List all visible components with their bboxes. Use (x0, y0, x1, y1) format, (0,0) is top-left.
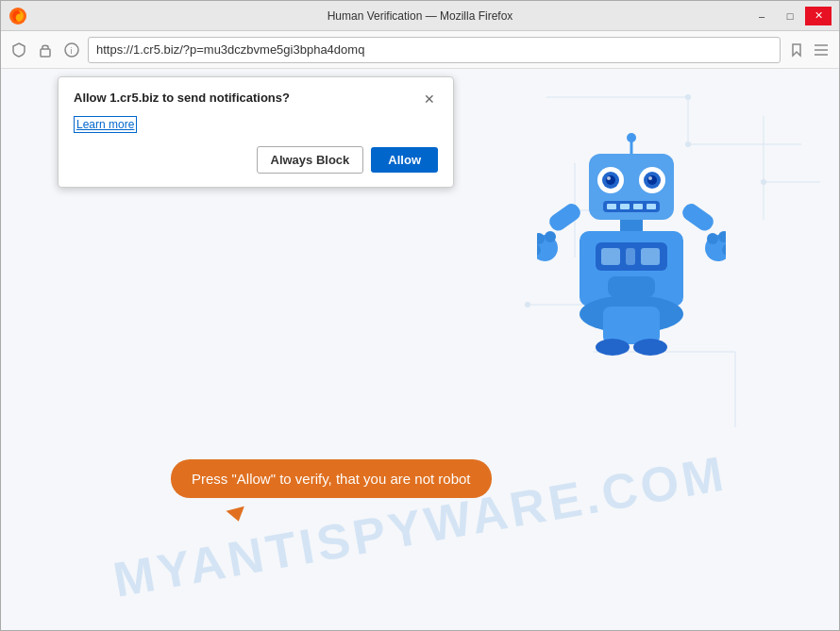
svg-text:i: i (71, 46, 73, 56)
popup-title: Allow 1.cr5.biz to send notifications? (74, 91, 421, 105)
svg-rect-47 (546, 201, 583, 234)
svg-point-18 (761, 179, 766, 185)
svg-point-30 (647, 175, 657, 185)
svg-point-31 (607, 176, 611, 180)
svg-rect-43 (601, 248, 620, 265)
lock-icon (35, 40, 56, 60)
shield-icon (8, 40, 29, 60)
close-button[interactable]: ✕ (805, 7, 832, 25)
bookmark-icon[interactable] (786, 40, 807, 60)
svg-point-29 (606, 175, 615, 185)
nav-bar: i https://1.cr5.biz/?p=mu3dczbvme5gi3bph… (1, 31, 839, 69)
svg-rect-36 (607, 204, 616, 209)
url-text: https://1.cr5.biz/?p=mu3dczbvme5gi3bpha4… (96, 42, 364, 57)
title-bar-left (8, 7, 35, 25)
svg-rect-52 (680, 201, 716, 234)
svg-rect-40 (620, 220, 643, 231)
address-bar[interactable]: https://1.cr5.biz/?p=mu3dczbvme5gi3bpha4… (88, 37, 781, 63)
svg-rect-39 (647, 204, 656, 209)
svg-point-11 (685, 94, 691, 100)
allow-button[interactable]: Allow (371, 147, 438, 173)
minimize-button[interactable]: – (748, 7, 775, 25)
firefox-logo (8, 7, 27, 25)
popup-header: Allow 1.cr5.biz to send notifications? ✕ (74, 91, 438, 108)
svg-rect-37 (620, 204, 630, 209)
svg-rect-44 (626, 248, 635, 265)
notification-popup: Allow 1.cr5.biz to send notifications? ✕… (58, 76, 454, 188)
speech-bubble: Press "Allow" to verify, that you are no… (171, 459, 492, 498)
svg-rect-38 (633, 204, 643, 209)
svg-point-32 (648, 176, 652, 180)
svg-point-54 (707, 233, 718, 244)
robot-illustration (462, 125, 745, 503)
robot-svg (537, 125, 726, 390)
title-bar: Human Verification — Mozilla Firefox – □… (1, 1, 839, 31)
svg-point-59 (596, 339, 630, 356)
svg-point-34 (627, 133, 636, 142)
svg-point-50 (545, 231, 556, 242)
learn-more-link[interactable]: Learn more (74, 116, 137, 133)
menu-icon[interactable] (811, 40, 832, 60)
popup-close-button[interactable]: ✕ (421, 91, 438, 108)
window-title: Human Verification — Mozilla Firefox (328, 9, 513, 23)
page-content: MYANTISPY​WARE.COM Allow 1.cr5.biz to se… (1, 69, 839, 630)
svg-rect-46 (608, 276, 655, 297)
maximize-button[interactable]: □ (777, 7, 803, 25)
always-block-button[interactable]: Always Block (257, 146, 364, 174)
svg-rect-45 (641, 248, 660, 265)
speech-bubble-text: Press "Allow" to verify, that you are no… (192, 471, 471, 487)
nav-right-icons (786, 40, 832, 60)
svg-rect-2 (41, 49, 50, 57)
info-icon: i (61, 40, 82, 60)
window-controls: – □ ✕ (748, 7, 832, 25)
svg-rect-58 (603, 307, 660, 344)
svg-point-60 (633, 339, 667, 356)
browser-window: Human Verification — Mozilla Firefox – □… (0, 0, 840, 631)
popup-buttons: Always Block Allow (74, 146, 438, 174)
